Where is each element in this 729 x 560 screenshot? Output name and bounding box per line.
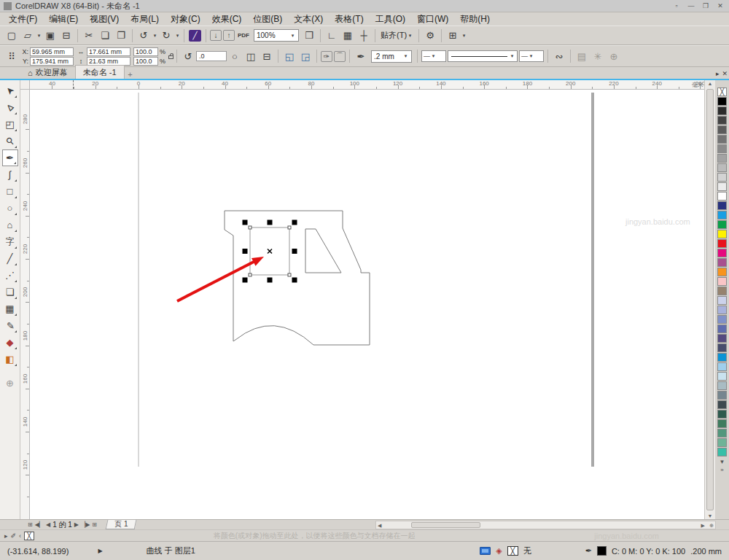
menu-item-11[interactable]: 帮助(H) — [454, 12, 496, 27]
horizontal-scrollbar[interactable]: ◀ ▶ ⊕ — [375, 521, 716, 529]
mirror-vertical-icon[interactable]: ⊟ — [260, 49, 274, 63]
palette-swatch-35[interactable] — [717, 429, 727, 438]
scroll-left-icon[interactable]: ◀ — [378, 523, 381, 529]
selection-handle[interactable] — [243, 278, 248, 283]
palette-swatch-20[interactable] — [717, 287, 727, 295]
new-document-tab-button[interactable]: + — [125, 70, 136, 79]
menu-item-4[interactable]: 对象(C) — [165, 12, 206, 27]
rectangle-tool-icon[interactable]: □ — [2, 183, 18, 200]
application-launcher-dropdown-icon[interactable]: ▾ — [461, 33, 467, 39]
menu-item-5[interactable]: 效果(C) — [206, 12, 248, 27]
palette-swatch-24[interactable] — [717, 324, 727, 333]
redo-dropdown-icon[interactable]: ▾ — [174, 33, 181, 39]
drawing-canvas[interactable]: jingyan.baidu.com — [30, 90, 704, 519]
horizontal-scroll-thumb[interactable] — [411, 522, 480, 528]
palette-swatch-26[interactable] — [717, 343, 727, 352]
selection-handle[interactable] — [268, 278, 273, 283]
object-order-icon[interactable]: ◱ — [282, 49, 297, 63]
connector-tool-icon[interactable]: ⋰ — [2, 267, 18, 284]
end-arrowhead-select[interactable]: —▾ — [519, 50, 544, 62]
start-arrowhead-select[interactable]: —▾ — [421, 50, 446, 62]
status-flyout-icon[interactable]: ▶ — [98, 548, 102, 554]
restore-button[interactable]: ❐ — [701, 2, 711, 10]
palette-swatch-18[interactable] — [717, 268, 727, 276]
palette-swatch-17[interactable] — [717, 258, 727, 267]
save-icon[interactable]: ▣ — [43, 28, 58, 43]
x-position-field[interactable]: 59.965 mm — [30, 47, 74, 56]
palette-swatch-13[interactable] — [717, 220, 727, 229]
palette-swatch-30[interactable] — [717, 381, 727, 390]
mirror-horizontal-icon[interactable]: ◫ — [243, 49, 258, 63]
menu-item-0[interactable]: 文件(F) — [3, 12, 43, 27]
palette-collapse-icon[interactable]: ‹ — [19, 532, 21, 540]
palette-swatch-36[interactable] — [717, 438, 727, 447]
palette-swatch-7[interactable] — [717, 163, 727, 172]
palette-scroll-down-icon[interactable]: ▼ — [720, 459, 725, 465]
fullscreen-preview-icon[interactable]: ❒ — [302, 28, 316, 43]
reduce-nodes-icon[interactable]: ⌒ — [334, 51, 346, 62]
curve-node[interactable] — [288, 273, 291, 276]
paste-icon[interactable]: ❐ — [114, 28, 128, 43]
add-page-icon[interactable]: ⊞ — [92, 521, 97, 528]
palette-swatch-25[interactable] — [717, 334, 727, 343]
object-height-field[interactable]: 21.63 mm — [87, 57, 130, 66]
add-tools-icon[interactable]: ⊕ — [2, 375, 18, 392]
tab-welcome-screen[interactable]: ⌂ 欢迎屏幕 — [20, 66, 75, 79]
palette-swatch-29[interactable] — [717, 372, 727, 381]
palette-swatch-23[interactable] — [717, 315, 727, 324]
undo-dropdown-icon[interactable]: ▾ — [152, 33, 158, 39]
vertical-ruler[interactable]: 280260240220200180160140120 — [20, 90, 30, 519]
text-tool-icon[interactable]: 字 — [2, 233, 18, 250]
palette-swatch-1[interactable] — [717, 106, 727, 115]
tab-scroll-icon[interactable]: ▸ — [716, 70, 720, 77]
palette-swatch-2[interactable] — [717, 116, 727, 125]
show-rulers-icon[interactable]: ∟ — [324, 28, 339, 43]
curve-node[interactable] — [249, 273, 252, 276]
import-icon[interactable]: ↓ — [210, 30, 222, 41]
menu-item-3[interactable]: 布局(L) — [125, 12, 165, 27]
vertical-scrollbar[interactable]: ▲ ▼ — [704, 80, 715, 519]
close-document-icon[interactable]: ✕ — [722, 70, 728, 77]
palette-swatch-12[interactable] — [717, 211, 727, 219]
palette-no-color-swatch[interactable]: ╳ — [717, 88, 727, 96]
freehand-pen-tool-icon[interactable]: ✒ — [2, 149, 18, 166]
palette-swatch-9[interactable] — [717, 182, 727, 191]
palette-swatch-11[interactable] — [717, 201, 727, 210]
navigator-zoom-icon[interactable]: ⊕ — [709, 523, 714, 529]
vertical-scroll-thumb[interactable] — [706, 89, 714, 510]
menu-item-9[interactable]: 工具(O) — [370, 12, 411, 27]
close-curve-icon[interactable]: ✑ — [321, 51, 332, 62]
scroll-right-icon[interactable]: ▶ — [701, 523, 705, 529]
redo-icon[interactable]: ↻ — [159, 28, 174, 43]
zoom-level-select[interactable]: 100% ▾ — [254, 29, 299, 42]
menu-item-8[interactable]: 表格(T) — [329, 12, 369, 27]
transparency-tool-icon[interactable]: ▦ — [2, 300, 18, 317]
curve-node[interactable] — [249, 226, 252, 229]
palette-swatch-3[interactable] — [717, 125, 727, 134]
search-content-icon[interactable]: ╱ — [189, 30, 201, 42]
open-dropdown-icon[interactable]: ▾ — [36, 33, 42, 39]
selection-handle[interactable] — [243, 220, 248, 225]
drop-shadow-tool-icon[interactable]: ❏ — [2, 284, 18, 300]
show-grid-icon[interactable]: ▦ — [340, 28, 355, 43]
selection-handle[interactable] — [268, 220, 273, 225]
dimension-tool-icon[interactable]: ╱ — [2, 250, 18, 267]
palette-flyout-icon[interactable]: ▸ — [4, 532, 8, 540]
scroll-down-icon[interactable]: ▼ — [705, 513, 715, 518]
scale-horizontal-field[interactable]: 100.0 — [133, 47, 158, 56]
horizontal-ruler[interactable]: 毫米 4020020406080100120140160180200220240… — [30, 80, 704, 90]
palette-swatch-28[interactable] — [717, 362, 727, 371]
palette-swatch-10[interactable] — [717, 192, 727, 201]
convert-to-curves-icon[interactable]: ◲ — [298, 49, 313, 63]
palette-eyedropper-icon[interactable]: ✐ — [11, 532, 17, 540]
palette-swatch-16[interactable] — [717, 249, 727, 257]
menu-item-7[interactable]: 文本(X) — [288, 12, 329, 27]
line-style-select[interactable]: ▾ — [448, 50, 518, 62]
snap-to-dropdown[interactable]: 贴齐(T) ▾ — [378, 30, 416, 41]
rotation-angle-field[interactable]: .0 — [196, 51, 227, 61]
export-icon[interactable]: ↑ — [223, 30, 235, 41]
page-1-tab[interactable]: 页 1 — [106, 520, 137, 529]
palette-swatch-6[interactable] — [717, 154, 727, 163]
no-color-swatch[interactable]: ╳ — [24, 532, 34, 540]
palette-swatch-5[interactable] — [717, 144, 727, 153]
